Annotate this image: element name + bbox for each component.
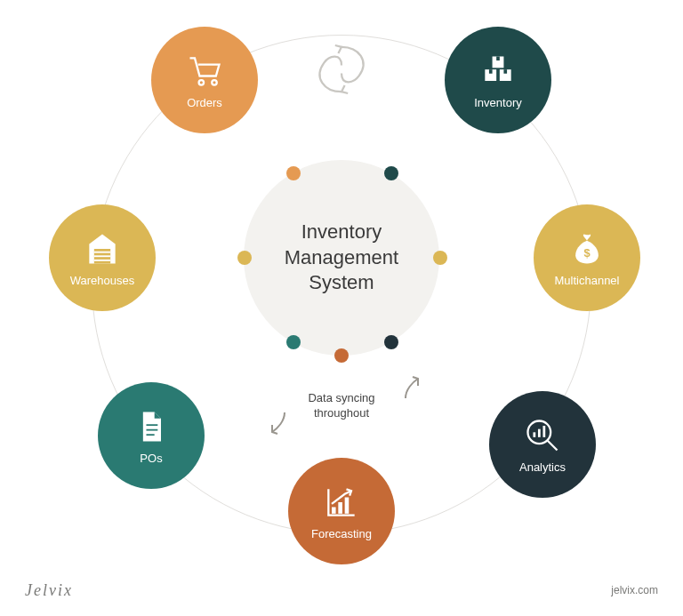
node-label: Forecasting — [311, 527, 372, 540]
node-inventory: Inventory — [445, 27, 551, 133]
center-title: InventoryManagementSystem — [285, 220, 398, 296]
sync-caption: Data syncingthroughout — [308, 391, 374, 421]
node-orders: Orders — [151, 27, 258, 133]
svg-rect-5 — [496, 56, 500, 60]
node-analytics: Analytics — [489, 391, 596, 498]
hub-dot — [237, 251, 252, 265]
hub-dot — [384, 166, 398, 180]
node-forecasting: Forecasting — [288, 458, 395, 564]
analytics-icon — [523, 416, 562, 455]
node-multichannel: $ Multichannel — [534, 204, 640, 311]
hub-dot — [334, 348, 349, 363]
node-label: Warehouses — [70, 274, 135, 287]
node-label: Analytics — [519, 460, 566, 474]
hub-dot — [286, 166, 301, 180]
node-label: Multichannel — [555, 274, 620, 287]
money-bag-icon: $ — [567, 229, 607, 268]
svg-line-10 — [548, 440, 558, 450]
hub-dot — [286, 335, 301, 349]
center-hub: InventoryManagementSystem — [244, 160, 439, 356]
svg-point-1 — [212, 80, 217, 85]
arrow-icon — [400, 373, 423, 405]
warehouse-icon — [83, 229, 122, 268]
svg-point-0 — [199, 80, 205, 85]
sync-loop-icon — [301, 29, 382, 113]
boxes-icon — [478, 52, 518, 91]
cart-icon — [185, 52, 224, 91]
node-pos: POs — [98, 382, 205, 489]
svg-rect-6 — [489, 69, 493, 74]
node-label: POs — [140, 452, 162, 465]
arrow-icon — [267, 409, 290, 441]
diagram-canvas: InventoryManagementSystem Data syncingth… — [0, 0, 683, 616]
hub-dot — [433, 251, 447, 265]
svg-rect-14 — [332, 507, 336, 513]
hub-dot — [384, 335, 398, 349]
chart-growth-icon — [322, 483, 361, 522]
node-label: Orders — [187, 96, 222, 109]
brand-logo: Jelvix — [25, 581, 73, 600]
svg-text:$: $ — [583, 246, 590, 260]
svg-rect-15 — [338, 502, 342, 514]
document-icon — [132, 407, 171, 446]
brand-url: jelvix.com — [611, 584, 658, 596]
svg-rect-16 — [345, 497, 350, 513]
node-label: Inventory — [474, 96, 521, 109]
svg-rect-7 — [503, 69, 507, 74]
node-warehouses: Warehouses — [49, 204, 156, 311]
